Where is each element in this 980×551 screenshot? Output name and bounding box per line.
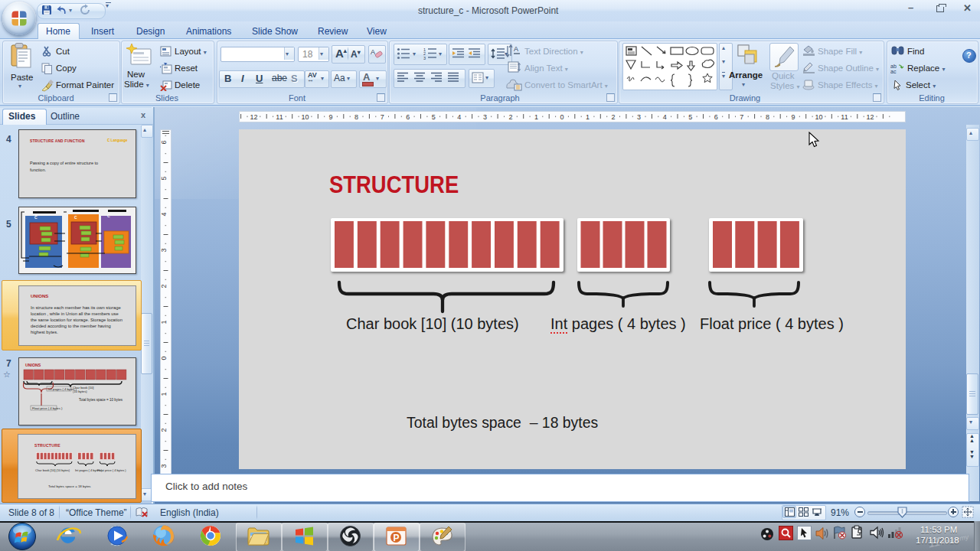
svg-text:8: 8 (766, 113, 769, 121)
svg-text:A: A (514, 45, 518, 53)
svg-text:3: 3 (483, 113, 487, 121)
svg-text:5: 5 (160, 176, 168, 180)
svg-text:3: 3 (423, 56, 426, 60)
svg-text:2: 2 (160, 428, 168, 432)
svg-text:11: 11 (841, 113, 848, 121)
svg-text:7: 7 (740, 113, 743, 121)
svg-text:12: 12 (867, 113, 874, 121)
svg-text:7: 7 (381, 113, 384, 121)
svg-text:C: C (34, 215, 38, 220)
svg-text:4: 4 (457, 113, 461, 121)
svg-text:9: 9 (791, 113, 795, 121)
svg-text:3: 3 (160, 464, 168, 468)
svg-text:6: 6 (160, 140, 168, 144)
svg-text:C: C (74, 215, 77, 220)
svg-text:4: 4 (663, 113, 667, 121)
svg-text:1: 1 (586, 113, 590, 121)
svg-text:1: 1 (534, 113, 538, 121)
svg-text:2: 2 (612, 113, 616, 121)
svg-text:0: 0 (160, 356, 168, 360)
svg-text:6: 6 (406, 113, 410, 121)
svg-text:Total bytes space = 18 bytes: Total bytes space = 18 bytes (48, 484, 91, 488)
svg-text:1: 1 (160, 320, 168, 324)
svg-text:C: C (107, 214, 110, 218)
svg-text:6: 6 (714, 113, 718, 121)
svg-text:12: 12 (250, 113, 257, 121)
svg-text:11: 11 (276, 113, 283, 121)
svg-text:2: 2 (160, 284, 168, 288)
svg-text:4: 4 (160, 212, 168, 216)
svg-text:5: 5 (688, 113, 692, 121)
svg-text:ab: ab (890, 64, 897, 69)
svg-text:9: 9 (329, 113, 333, 121)
svg-text:10: 10 (301, 113, 309, 121)
svg-text:Char book [10] (10 bytes): Char book [10] (10 bytes) (35, 468, 70, 472)
svg-text:(10 bytes): (10 bytes) (73, 390, 87, 393)
svg-text:ac: ac (890, 69, 897, 73)
svg-text:3: 3 (160, 248, 168, 252)
svg-text:Float price ( 4 bytes ): Float price ( 4 bytes ) (97, 468, 126, 472)
svg-text:0: 0 (560, 113, 564, 121)
svg-text:5: 5 (432, 113, 436, 121)
svg-text:Float price ( 4 bytes ): Float price ( 4 bytes ) (32, 406, 63, 410)
svg-text:P: P (394, 533, 400, 543)
svg-text:Total bytes space = 10 bytes: Total bytes space = 10 bytes (79, 398, 123, 402)
svg-text:A: A (371, 48, 375, 56)
svg-text:2: 2 (508, 113, 512, 121)
svg-text:3: 3 (637, 113, 641, 121)
svg-text:1: 1 (160, 392, 168, 396)
svg-text:8: 8 (354, 113, 358, 121)
svg-text:10: 10 (815, 113, 822, 121)
